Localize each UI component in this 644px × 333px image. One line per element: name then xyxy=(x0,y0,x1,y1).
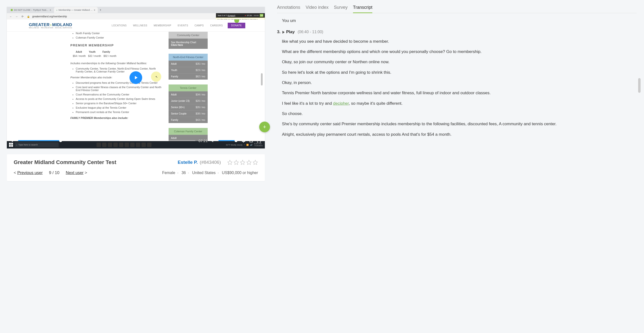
previous-user-link[interactable]: Previous user xyxy=(17,170,43,175)
list-item: North Family Center xyxy=(76,32,163,35)
tester-name-link[interactable]: Estelle P. xyxy=(178,160,198,165)
seek-slider[interactable] xyxy=(18,140,196,141)
star-icon[interactable] xyxy=(234,160,239,165)
segment-play-button[interactable]: Play xyxy=(282,29,295,35)
star-icon[interactable] xyxy=(227,160,232,165)
transcript-line[interactable]: Okay, in person. xyxy=(282,80,633,86)
address-bar: greatermidland.org/membership xyxy=(32,15,67,18)
pricing-card-tennis: Tennis Center Adult$34 / mo Junior (unde… xyxy=(168,84,208,123)
transcript-line[interactable]: What are the different membership option… xyxy=(282,48,633,55)
star-icon[interactable] xyxy=(252,160,258,165)
donate-button: DONATE xyxy=(228,23,245,28)
ui-badge: UI xyxy=(260,14,263,17)
list-item: Access to pools at the Community Center … xyxy=(76,97,163,100)
test-name: Greater Midland Community Center Test xyxy=(14,159,116,166)
page-scrollbar xyxy=(261,73,263,85)
new-tab-button: + xyxy=(98,8,103,12)
close-icon: × xyxy=(50,9,51,11)
video-controls[interactable]: 07:21 xyxy=(7,136,265,145)
add-fab-button[interactable]: + xyxy=(259,122,270,132)
list-item: Senior programs in the Barstow/Shipps 50… xyxy=(76,102,163,105)
site-nav: LOCATIONS WELLNESS MEMBERSHIP EVENTS CAM… xyxy=(112,24,223,27)
forward-icon: → xyxy=(15,14,18,18)
task-overlay: Task 3 of 7 (Expand) ● 07:20 / 30:00 UI xyxy=(216,13,265,17)
list-item: Core land and water fitness classes at t… xyxy=(76,86,163,91)
right-panel-tabs: Annotations Video index Survey Transcrip… xyxy=(277,5,637,13)
current-time: 07:21 xyxy=(198,139,208,143)
list-item: Court Reservations at the Community Cent… xyxy=(76,93,163,96)
tab-transcript[interactable]: Transcript xyxy=(353,5,372,13)
browser-tab: DO NOT CLOSE – TryMyUI Testi… × xyxy=(8,7,54,13)
transcript-line[interactable]: She's by community center said Premier m… xyxy=(282,121,633,127)
video-player[interactable]: DO NOT CLOSE – TryMyUI Testi… × › Member… xyxy=(7,7,265,148)
favicon-icon xyxy=(11,9,13,11)
test-info-card: Greater Midland Community Center Test Es… xyxy=(7,154,265,181)
close-icon: × xyxy=(94,9,95,11)
tab-video-index[interactable]: Video index xyxy=(306,5,328,13)
transcript-line[interactable]: So here let's look at the options and I'… xyxy=(282,69,633,76)
section-heading: PREMIER MEMBERSHIP xyxy=(70,43,163,47)
list-item: Discounted programs fees at the Communit… xyxy=(76,81,163,84)
svg-rect-2 xyxy=(9,145,11,147)
lock-icon: 🔒 xyxy=(26,14,30,18)
back-icon: ← xyxy=(9,14,13,18)
record-icon: ● xyxy=(245,14,246,16)
star-icon[interactable] xyxy=(240,160,245,165)
transcript-line[interactable]: Okay, so join our community center or No… xyxy=(282,59,633,65)
list-item: Exclusive league play at the Tennis Cent… xyxy=(76,106,163,109)
segment-timerange: (06:40 - 11:00) xyxy=(298,29,323,35)
favicon-icon: › xyxy=(56,9,57,11)
tester-id: (#843406) xyxy=(200,160,221,165)
star-rating[interactable] xyxy=(227,160,258,165)
logo-tagline: WELLNESS · RECREATION · SOCIAL SERVICES xyxy=(29,27,72,28)
demographics: Female- 36- United States- US$90,000 or … xyxy=(162,171,258,175)
transcript-panel: You um 3. Play (06:40 - 11:00) like what… xyxy=(277,17,637,138)
transcript-line[interactable]: like what you see and have decided to be… xyxy=(282,38,633,45)
pricing-card-community: Community Center See Membership Chart Cl… xyxy=(168,32,208,49)
reload-icon: ⟳ xyxy=(20,14,24,18)
decipher-link[interactable]: decipher xyxy=(333,101,349,106)
list-item: Coleman Family Center xyxy=(76,36,163,39)
star-icon[interactable] xyxy=(246,160,252,165)
site-logo: GREATER›MIDLAND xyxy=(29,22,72,27)
browser-tab: › Membership — Greater Midland … × xyxy=(54,7,98,13)
transcript-scrollbar[interactable] xyxy=(638,78,640,93)
browser-tab-title: DO NOT CLOSE – TryMyUI Testi… xyxy=(14,9,48,11)
tab-annotations[interactable]: Annotations xyxy=(277,5,300,13)
pricing-card-north: North-End Fitness Center Adult$35 / mo Y… xyxy=(168,54,208,80)
next-user-link[interactable]: Next user xyxy=(66,170,84,175)
browser-tab-title: Membership — Greater Midland … xyxy=(58,9,92,11)
fullscreen-icon[interactable] xyxy=(256,138,262,143)
volume-icon[interactable] xyxy=(210,138,216,143)
settings-icon[interactable] xyxy=(241,138,246,143)
popout-icon[interactable] xyxy=(249,138,254,143)
list-item: Permanent court rentals at the Tennis Ce… xyxy=(76,111,163,113)
transcript-line[interactable]: I feel like it's a lot to try and deciph… xyxy=(282,100,633,107)
cursor-icon: ↖ xyxy=(156,75,158,79)
svg-rect-3 xyxy=(11,145,13,147)
tab-survey[interactable]: Survey xyxy=(334,5,348,13)
transcript-line[interactable]: Alright, exclusively play permanent cour… xyxy=(282,131,633,138)
play-overlay-button[interactable] xyxy=(130,71,142,84)
transcript-line[interactable]: So choose. xyxy=(282,111,633,117)
play-icon xyxy=(282,31,284,34)
transcript-segment-header: 3. Play (06:40 - 11:00) xyxy=(277,29,633,35)
list-item: Community Center, Tennis Center, North-E… xyxy=(76,67,163,73)
scroll-top-icon xyxy=(234,19,239,23)
user-counter: 9 / 10 xyxy=(49,170,60,175)
transcript-line[interactable]: Tennis Premier North barstow corporate w… xyxy=(282,90,633,96)
volume-slider[interactable] xyxy=(218,140,238,141)
transcript-line: You um xyxy=(282,17,633,24)
play-button[interactable] xyxy=(10,138,15,143)
